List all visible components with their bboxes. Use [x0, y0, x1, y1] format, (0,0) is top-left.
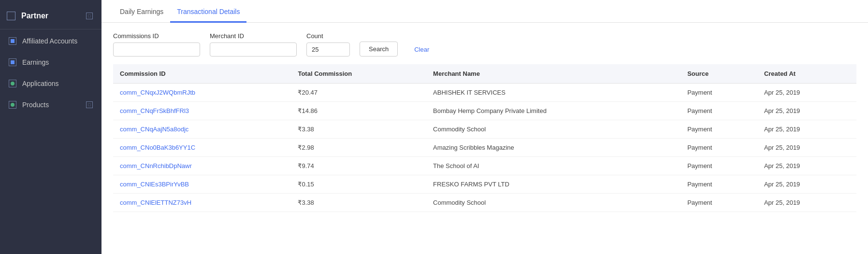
icon-inner	[11, 60, 14, 64]
count-group: Count	[306, 32, 350, 56]
sidebar-item-earnings[interactable]: Earnings	[0, 52, 101, 73]
icon-inner	[11, 39, 14, 43]
sidebar-affiliated-label: Affiliated Accounts	[22, 37, 77, 45]
cell-source: Payment	[680, 194, 757, 212]
tab-daily-earnings[interactable]: Daily Earnings	[113, 0, 170, 23]
cell-total-commission: ₹20.47	[291, 84, 426, 102]
table-row: comm_CNo0BaK3b6YY1C₹2.98Amazing Scribble…	[113, 139, 856, 157]
cell-merchant-name: Amazing Scribbles Magazine	[426, 139, 680, 157]
sidebar-applications-label: Applications	[22, 80, 59, 87]
cell-source: Payment	[680, 102, 757, 120]
table-row: comm_CNqxJ2WQbmRJtb₹20.47ABHISHEK IT SER…	[113, 84, 856, 102]
cell-commission-id[interactable]: comm_CNqxJ2WQbmRJtb	[113, 84, 291, 102]
col-total-commission: Total Commission	[291, 64, 426, 84]
cell-merchant-name: Commodity School	[426, 120, 680, 139]
count-input[interactable]	[306, 42, 350, 56]
applications-icon	[9, 80, 16, 87]
commissions-id-input[interactable]	[113, 42, 200, 56]
clear-button[interactable]: Clear	[407, 42, 436, 56]
cell-created-at: Apr 25, 2019	[757, 102, 856, 120]
cell-commission-id[interactable]: comm_CNqAajN5a8odjc	[113, 120, 291, 139]
merchant-id-input[interactable]	[210, 42, 297, 56]
col-created-at: Created At	[757, 64, 856, 84]
cell-total-commission: ₹9.74	[291, 157, 426, 175]
table-row: comm_CNnRchibDpNawr₹9.74The School of AI…	[113, 157, 856, 175]
count-label: Count	[306, 32, 350, 40]
cell-source: Payment	[680, 139, 757, 157]
partner-icon	[7, 12, 15, 20]
transactions-table: Commission ID Total Commission Merchant …	[113, 64, 856, 212]
cell-merchant-name: Commodity School	[426, 194, 680, 212]
sidebar-item-affiliated-accounts[interactable]: Affiliated Accounts	[0, 30, 101, 52]
cell-created-at: Apr 25, 2019	[757, 157, 856, 175]
cell-merchant-name: FRESKO FARMS PVT LTD	[426, 175, 680, 194]
main-content: Daily Earnings Transactional Details Com…	[101, 0, 868, 254]
sidebar-item-partner[interactable]: Partner □	[0, 4, 101, 28]
partner-expand-icon[interactable]: □	[86, 13, 93, 19]
cell-created-at: Apr 25, 2019	[757, 194, 856, 212]
sidebar-products-label: Products	[22, 101, 49, 109]
sidebar: Partner □ Affiliated Accounts Earnings A…	[0, 0, 101, 254]
filter-area: Commissions ID Merchant ID Count Search …	[101, 23, 868, 64]
tab-bar: Daily Earnings Transactional Details	[101, 0, 868, 23]
sidebar-item-applications[interactable]: Applications	[0, 73, 101, 94]
cell-created-at: Apr 25, 2019	[757, 120, 856, 139]
cell-commission-id[interactable]: comm_CNlEs3BPirYvBB	[113, 175, 291, 194]
cell-commission-id[interactable]: comm_CNqFrSkBhfFRl3	[113, 102, 291, 120]
cell-total-commission: ₹0.15	[291, 175, 426, 194]
table-row: comm_CNqFrSkBhfFRl3₹14.86Bombay Hemp Com…	[113, 102, 856, 120]
cell-commission-id[interactable]: comm_CNnRchibDpNawr	[113, 157, 291, 175]
table-container: Commission ID Total Commission Merchant …	[101, 64, 868, 254]
table-row: comm_CNlElETTNZ73vH₹3.38Commodity School…	[113, 194, 856, 212]
cell-source: Payment	[680, 120, 757, 139]
cell-source: Payment	[680, 157, 757, 175]
tab-transactional-details[interactable]: Transactional Details	[170, 0, 246, 23]
search-button[interactable]: Search	[360, 42, 398, 56]
sidebar-item-products[interactable]: Products □	[0, 94, 101, 115]
merchant-id-label: Merchant ID	[210, 32, 297, 40]
icon-inner	[11, 82, 14, 85]
cell-commission-id[interactable]: comm_CNo0BaK3b6YY1C	[113, 139, 291, 157]
col-merchant-name: Merchant Name	[426, 64, 680, 84]
cell-created-at: Apr 25, 2019	[757, 139, 856, 157]
icon-inner	[11, 103, 14, 107]
col-commission-id: Commission ID	[113, 64, 291, 84]
cell-source: Payment	[680, 84, 757, 102]
cell-total-commission: ₹2.98	[291, 139, 426, 157]
sidebar-divider-1	[0, 29, 101, 29]
cell-merchant-name: The School of AI	[426, 157, 680, 175]
col-source: Source	[680, 64, 757, 84]
cell-merchant-name: ABHISHEK IT SERVICES	[426, 84, 680, 102]
cell-source: Payment	[680, 175, 757, 194]
commissions-id-label: Commissions ID	[113, 32, 200, 40]
commissions-id-group: Commissions ID	[113, 32, 200, 56]
products-icon	[9, 101, 16, 109]
earnings-icon	[9, 58, 16, 66]
merchant-id-group: Merchant ID	[210, 32, 297, 56]
table-row: comm_CNlEs3BPirYvBB₹0.15FRESKO FARMS PVT…	[113, 175, 856, 194]
cell-merchant-name: Bombay Hemp Company Private Limited	[426, 102, 680, 120]
sidebar-earnings-label: Earnings	[22, 58, 49, 66]
cell-commission-id[interactable]: comm_CNlElETTNZ73vH	[113, 194, 291, 212]
sidebar-partner-label: Partner	[21, 12, 48, 20]
cell-created-at: Apr 25, 2019	[757, 175, 856, 194]
cell-created-at: Apr 25, 2019	[757, 84, 856, 102]
cell-total-commission: ₹14.86	[291, 102, 426, 120]
products-expand-icon[interactable]: □	[86, 101, 93, 108]
table-header-row: Commission ID Total Commission Merchant …	[113, 64, 856, 84]
affiliated-accounts-icon	[9, 37, 16, 45]
cell-total-commission: ₹3.38	[291, 120, 426, 139]
cell-total-commission: ₹3.38	[291, 194, 426, 212]
table-row: comm_CNqAajN5a8odjc₹3.38Commodity School…	[113, 120, 856, 139]
